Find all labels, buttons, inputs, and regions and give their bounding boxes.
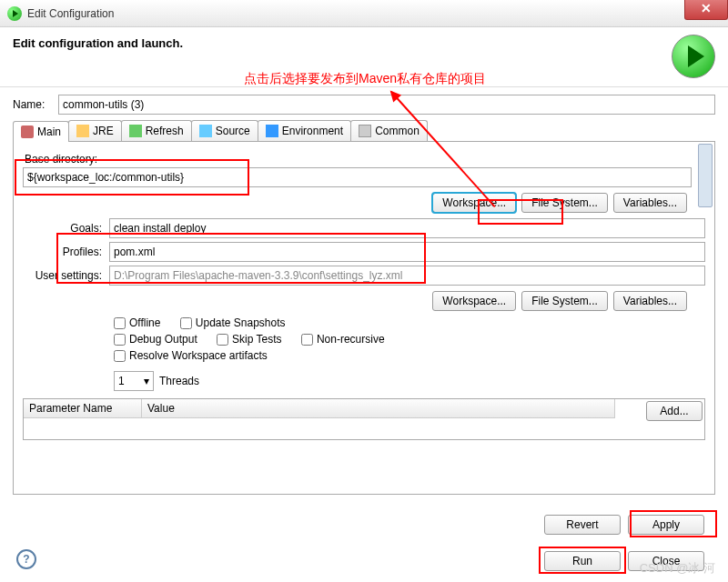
help-icon[interactable]: ?: [16, 549, 36, 569]
watermark: CSDN @冰 河: [640, 560, 715, 577]
dialog-title: Edit configuration and launch.: [13, 36, 715, 50]
workspace-button-2[interactable]: Workspace...: [432, 291, 516, 311]
tab-content-main: Base directory: Workspace... File System…: [13, 142, 715, 495]
resolve-workspace-checkbox[interactable]: Resolve Workspace artifacts: [114, 349, 268, 362]
base-directory-label: Base directory:: [25, 153, 705, 166]
tab-refresh[interactable]: Refresh: [121, 120, 192, 141]
revert-button[interactable]: Revert: [544, 515, 621, 535]
threads-spinner[interactable]: 1▾: [114, 371, 154, 391]
goals-label: Goals:: [23, 222, 109, 235]
column-parameter-name[interactable]: Parameter Name: [24, 399, 142, 418]
refresh-icon: [129, 125, 142, 137]
parameters-table: Parameter NameValue Add...: [23, 398, 705, 440]
chevron-down-icon: ▾: [144, 375, 149, 387]
skip-tests-checkbox[interactable]: Skip Tests: [217, 333, 281, 346]
debug-output-checkbox[interactable]: Debug Output: [114, 333, 197, 346]
environment-icon: [266, 125, 278, 137]
main-icon: [21, 125, 34, 138]
annotation-text: 点击后选择要发布到Maven私有仓库的项目: [244, 71, 486, 87]
profiles-input[interactable]: [109, 242, 705, 262]
add-button[interactable]: Add...: [646, 401, 703, 421]
common-icon: [359, 125, 371, 137]
profiles-label: Profiles:: [23, 246, 109, 258]
tab-main[interactable]: Main: [13, 121, 69, 142]
vertical-scrollbar[interactable]: [698, 144, 713, 207]
tab-bar: Main JRE Refresh Source Environment Comm…: [13, 120, 715, 142]
tab-common[interactable]: Common: [350, 120, 428, 141]
tab-source[interactable]: Source: [191, 120, 258, 141]
name-label: Name:: [13, 98, 58, 111]
column-value[interactable]: Value: [142, 399, 615, 418]
variables-button[interactable]: Variables...: [613, 193, 687, 213]
window-close-button[interactable]: ✕: [684, 0, 728, 20]
non-recursive-checkbox[interactable]: Non-recursive: [301, 333, 385, 346]
run-button[interactable]: Run: [544, 551, 621, 571]
run-config-icon: [7, 6, 22, 21]
user-settings-label: User settings:: [23, 269, 109, 282]
apply-button[interactable]: Apply: [628, 515, 704, 535]
file-system-button[interactable]: File System...: [521, 193, 608, 213]
run-icon: [672, 35, 715, 78]
window-titlebar: Edit Configuration ✕: [0, 0, 728, 27]
user-settings-input[interactable]: [109, 266, 705, 286]
options-checkboxes: Offline Update Snapshots Debug Output Sk…: [114, 316, 705, 366]
window-title: Edit Configuration: [27, 7, 114, 20]
threads-label: Threads: [159, 375, 199, 387]
goals-input[interactable]: [109, 218, 705, 238]
name-input[interactable]: [58, 95, 715, 115]
offline-checkbox[interactable]: Offline: [114, 316, 160, 329]
tab-jre[interactable]: JRE: [68, 120, 122, 141]
variables-button-2[interactable]: Variables...: [613, 291, 687, 311]
file-system-button-2[interactable]: File System...: [521, 291, 608, 311]
jre-icon: [76, 125, 89, 137]
base-directory-input[interactable]: [23, 167, 692, 187]
tab-environment[interactable]: Environment: [258, 120, 351, 141]
update-snapshots-checkbox[interactable]: Update Snapshots: [180, 316, 286, 329]
source-icon: [199, 125, 212, 137]
workspace-button[interactable]: Workspace...: [432, 193, 516, 213]
